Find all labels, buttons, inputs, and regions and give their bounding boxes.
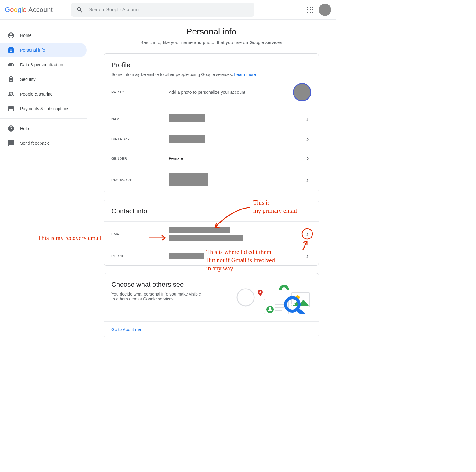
row-gender[interactable]: GENDER Female	[104, 149, 319, 168]
main: Personal info Basic info, like your name…	[87, 20, 336, 337]
row-birthday[interactable]: BIRTHDAY	[104, 129, 319, 149]
redacted-primary-email	[169, 227, 230, 233]
row-photo[interactable]: PHOTO Add a photo to personalize your ac…	[104, 83, 319, 109]
account-avatar[interactable]	[319, 4, 331, 16]
contact-card: Contact info EMAIL PHONE	[104, 200, 319, 266]
header: Google Account	[0, 0, 336, 20]
svg-line-11	[297, 309, 303, 314]
account-word: Account	[28, 6, 53, 14]
logo[interactable]: Google Account	[5, 6, 53, 14]
redacted-birthday	[169, 135, 205, 143]
birthday-label: BIRTHDAY	[111, 137, 169, 141]
sidebar-item-label: Data & personalization	[20, 62, 63, 67]
toggle-icon	[7, 61, 15, 68]
sidebar-item-label: Personal info	[20, 48, 45, 53]
row-email[interactable]: EMAIL	[104, 221, 319, 247]
sidebar-item-help[interactable]: Help	[0, 121, 87, 136]
redacted-recovery-email	[169, 235, 243, 241]
sidebar-item-home[interactable]: Home	[0, 28, 87, 43]
id-card-icon	[7, 46, 15, 54]
phone-label: PHONE	[111, 254, 169, 258]
profile-subtitle: Some info may be visible to other people…	[111, 72, 311, 77]
help-icon	[7, 125, 15, 132]
svg-point-0	[237, 289, 254, 306]
sidebar-item-label: Home	[20, 33, 31, 38]
sidebar-item-label: Send feedback	[20, 141, 49, 146]
photo-text: Add a photo to personalize your account	[169, 90, 293, 95]
lock-icon	[7, 76, 15, 83]
photo-label: PHOTO	[111, 90, 169, 94]
sidebar-item-payments[interactable]: Payments & subscriptions	[0, 101, 87, 116]
sidebar-item-security[interactable]: Security	[0, 72, 87, 87]
person-circle-icon	[7, 32, 15, 39]
sidebar-item-label: Help	[20, 126, 29, 131]
gender-label: GENDER	[111, 157, 169, 160]
chevron-right-icon	[304, 115, 311, 123]
contact-title: Contact info	[111, 207, 311, 215]
illustration	[232, 281, 311, 314]
card-icon	[7, 105, 15, 112]
about-me-link[interactable]: Go to About me	[111, 327, 141, 332]
google-word: Google	[5, 6, 27, 14]
sidebar-item-label: Security	[20, 77, 36, 82]
chevron-right-icon	[304, 136, 311, 143]
page-title: Personal info	[104, 27, 319, 37]
apps-icon[interactable]	[307, 6, 314, 13]
chevron-right-icon	[304, 231, 311, 238]
redacted-name	[169, 114, 205, 122]
sidebar-item-feedback[interactable]: Send feedback	[0, 136, 87, 151]
nav-divider	[0, 118, 87, 119]
profile-card: Profile Some info may be visible to othe…	[104, 53, 319, 192]
name-label: NAME	[111, 117, 169, 121]
sidebar-item-data[interactable]: Data & personalization	[0, 57, 87, 72]
row-name[interactable]: NAME	[104, 109, 319, 129]
people-icon	[7, 90, 15, 98]
sidebar-item-label: Payments & subscriptions	[20, 106, 69, 111]
search-box[interactable]	[71, 3, 254, 17]
others-card: Choose what others see You decide what p…	[104, 273, 319, 337]
others-subtitle: You decide what personal info you make v…	[111, 292, 203, 301]
redacted-phone	[169, 253, 204, 259]
row-password[interactable]: PASSWORD	[104, 168, 319, 192]
page-subtitle: Basic info, like your name and photo, th…	[104, 40, 319, 45]
redacted-password	[169, 173, 208, 186]
row-phone[interactable]: PHONE	[104, 247, 319, 265]
feedback-icon	[7, 140, 15, 147]
chevron-right-icon	[304, 176, 311, 184]
sidebar-item-people[interactable]: People & sharing	[0, 87, 87, 101]
profile-title: Profile	[111, 61, 311, 69]
learn-more-link[interactable]: Learn more	[234, 72, 256, 77]
sidebar-item-personal-info[interactable]: Personal info	[0, 43, 87, 57]
sidebar: Home Personal info Data & personalizatio…	[0, 20, 87, 345]
gender-value: Female	[169, 156, 304, 161]
others-title: Choose what others see	[111, 281, 232, 289]
search-icon	[76, 6, 83, 13]
password-label: PASSWORD	[111, 178, 169, 182]
chevron-right-icon	[304, 252, 311, 260]
sidebar-item-label: People & sharing	[20, 92, 53, 96]
email-label: EMAIL	[111, 232, 169, 236]
svg-point-1	[259, 291, 261, 293]
chevron-right-icon	[304, 155, 311, 162]
profile-avatar[interactable]	[293, 83, 311, 101]
search-input[interactable]	[89, 7, 249, 13]
